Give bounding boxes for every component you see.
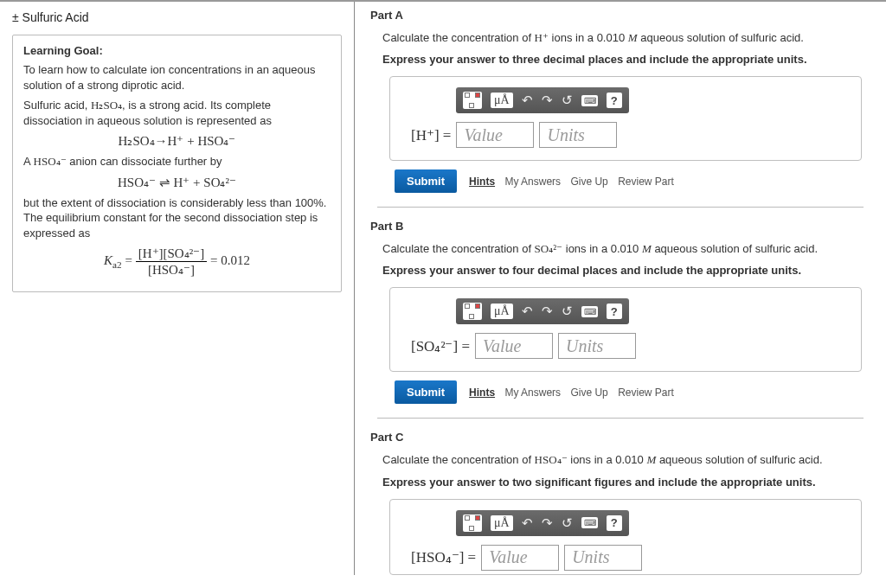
learning-goal-p1: To learn how to calculate ion concentrat… <box>23 62 331 93</box>
part-a-toolbar: μÅ ↶ ↷ ↺ ⌨ ? <box>456 87 629 113</box>
part-a-lhs: [H⁺] = <box>411 126 451 144</box>
part-a-submit-button[interactable]: Submit <box>395 169 457 193</box>
my-answers-link[interactable]: My Answers <box>504 387 561 399</box>
sidebar: ± Sulfuric Acid Learning Goal: To learn … <box>0 2 355 575</box>
template-icon[interactable] <box>463 514 482 532</box>
formula-h2so4: H₂SO₄ <box>91 99 122 112</box>
part-b-toolbar: μÅ ↶ ↷ ↺ ⌨ ? <box>456 298 629 324</box>
keyboard-icon[interactable]: ⌨ <box>581 306 598 317</box>
part-b-value-input[interactable]: Value <box>475 333 553 359</box>
ka2-expression: Ka2 = [H⁺][SO₄²⁻] [HSO₄⁻] = 0.012 <box>23 246 331 278</box>
part-a-prompt: Calculate the concentration of H⁺ ions i… <box>382 30 870 46</box>
part-b-answer-box: μÅ ↶ ↷ ↺ ⌨ ? [SO₄²⁻] = Value Units <box>389 287 862 372</box>
part-b-prompt: Calculate the concentration of SO₄²⁻ ion… <box>382 241 870 257</box>
redo-icon[interactable]: ↷ <box>542 515 553 531</box>
my-answers-link[interactable]: My Answers <box>504 176 561 188</box>
part-c-lhs: [HSO₄⁻] = <box>411 548 476 566</box>
give-up-link[interactable]: Give Up <box>570 176 607 188</box>
learning-goal-heading: Learning Goal: <box>23 44 331 57</box>
part-a-input-row: [H⁺] = Value Units <box>411 122 847 148</box>
part-c-title: Part C <box>370 431 870 444</box>
reset-icon[interactable]: ↺ <box>562 515 573 531</box>
part-c-input-row: [HSO₄⁻] = Value Units <box>411 545 847 571</box>
equation-1: H₂SO₄→H⁺ + HSO₄⁻ <box>23 133 331 149</box>
redo-icon[interactable]: ↷ <box>542 93 553 108</box>
keyboard-icon[interactable]: ⌨ <box>581 517 598 528</box>
part-b-links: Hints My Answers Give Up Review Part <box>469 387 681 399</box>
divider <box>377 207 864 208</box>
reset-icon[interactable]: ↺ <box>562 304 573 319</box>
part-c-prompt: Calculate the concentration of HSO₄⁻ ion… <box>382 452 870 468</box>
part-b-instruct: Express your answer to four decimal plac… <box>382 264 870 277</box>
part-a-value-input[interactable]: Value <box>456 122 534 148</box>
part-a-title: Part A <box>370 9 870 22</box>
part-a-instruct: Express your answer to three decimal pla… <box>382 53 870 66</box>
part-b-units-input[interactable]: Units <box>558 333 636 359</box>
part-a-answer-box: μÅ ↶ ↷ ↺ ⌨ ? [H⁺] = Value Units <box>389 76 862 161</box>
review-part-link[interactable]: Review Part <box>618 387 674 399</box>
formula-hso4: HSO₄⁻ <box>34 155 67 168</box>
undo-icon[interactable]: ↶ <box>522 93 533 108</box>
main-content: Part A Calculate the concentration of H⁺… <box>355 2 886 575</box>
divider <box>377 418 864 419</box>
help-icon[interactable]: ? <box>607 304 622 319</box>
units-icon[interactable]: μÅ <box>491 304 513 319</box>
learning-goal-p3: A HSO₄⁻ anion can dissociate further by <box>23 154 331 169</box>
help-icon[interactable]: ? <box>607 93 622 108</box>
redo-icon[interactable]: ↷ <box>542 304 553 319</box>
part-c-toolbar: μÅ ↶ ↷ ↺ ⌨ ? <box>456 510 629 536</box>
review-part-link[interactable]: Review Part <box>618 176 674 188</box>
part-a-links: Hints My Answers Give Up Review Part <box>469 176 681 188</box>
undo-icon[interactable]: ↶ <box>522 304 533 319</box>
part-c-units-input[interactable]: Units <box>564 545 642 571</box>
template-icon[interactable] <box>463 92 482 109</box>
units-icon[interactable]: μÅ <box>491 93 513 108</box>
part-b-lhs: [SO₄²⁻] = <box>411 337 470 355</box>
part-c-value-input[interactable]: Value <box>481 545 559 571</box>
reset-icon[interactable]: ↺ <box>562 93 573 108</box>
part-c-answer-box: μÅ ↶ ↷ ↺ ⌨ ? [HSO₄⁻] = Value Units <box>389 499 862 575</box>
part-a-units-input[interactable]: Units <box>539 122 617 148</box>
topic-title: ± Sulfuric Acid <box>12 10 342 24</box>
part-b-submit-row: Submit Hints My Answers Give Up Review P… <box>395 380 870 404</box>
part-a-submit-row: Submit Hints My Answers Give Up Review P… <box>395 169 870 193</box>
hints-link[interactable]: Hints <box>469 176 495 188</box>
part-b-submit-button[interactable]: Submit <box>395 380 457 404</box>
give-up-link[interactable]: Give Up <box>570 387 607 399</box>
part-b-title: Part B <box>370 220 870 233</box>
hints-link[interactable]: Hints <box>469 387 495 399</box>
part-b-input-row: [SO₄²⁻] = Value Units <box>411 333 847 359</box>
undo-icon[interactable]: ↶ <box>522 515 533 531</box>
part-c-instruct: Express your answer to two significant f… <box>382 476 870 489</box>
equation-2: HSO₄⁻ ⇌ H⁺ + SO₄²⁻ <box>23 175 331 190</box>
learning-goal-box: Learning Goal: To learn how to calculate… <box>12 35 342 292</box>
help-icon[interactable]: ? <box>607 515 622 531</box>
learning-goal-p4: but the extent of dissociation is consid… <box>23 195 331 241</box>
learning-goal-p2: Sulfuric acid, H₂SO₄, is a strong acid. … <box>23 98 331 128</box>
units-icon[interactable]: μÅ <box>491 515 513 531</box>
keyboard-icon[interactable]: ⌨ <box>581 95 598 106</box>
template-icon[interactable] <box>463 303 482 320</box>
